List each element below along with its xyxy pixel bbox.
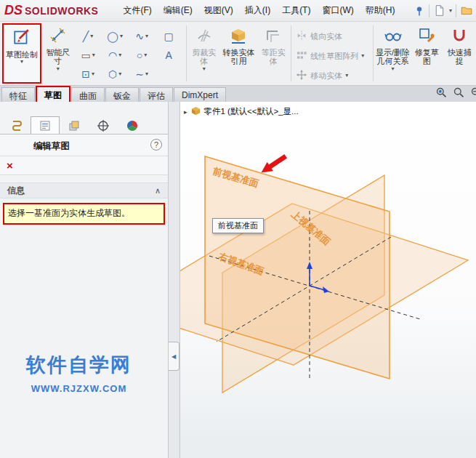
menu-tools[interactable]: 工具(T): [282, 4, 310, 17]
move-entities-label: 移动实体: [310, 71, 342, 81]
collapse-left-icon: ◀: [172, 353, 176, 360]
menu-window[interactable]: 窗口(W): [322, 4, 353, 17]
repair-sketch-icon: [418, 27, 435, 47]
smart-dimension-button[interactable]: 智能尺寸 ▾: [41, 23, 75, 84]
chevron-up-icon[interactable]: ∧: [155, 186, 161, 196]
point-tool-button[interactable]: ⊡▾: [75, 65, 102, 84]
polygon-tool-button[interactable]: ⬡▾: [102, 65, 129, 84]
ellipse-tool-button[interactable]: ○▾: [129, 46, 156, 65]
spline-icon: ∿: [135, 31, 144, 42]
trim-entities-icon: [195, 27, 213, 47]
display-delete-relations-button[interactable]: 显示/删除几何关系 ▾: [375, 23, 411, 84]
move-entities-button[interactable]: 移动实体 ▾: [296, 69, 371, 82]
line-icon: ╱: [83, 31, 89, 42]
text-icon: A: [165, 49, 172, 61]
message-section-header[interactable]: 信息 ∧: [0, 182, 168, 198]
sketch-ribbon: 草图绘制 ▾ 智能尺寸 ▾ ╱▾ ◯▾ ∿▾ ▢ ▭▾ ◠▾ ○▾ A ⊡▾ ⬡…: [0, 22, 476, 86]
menu-help[interactable]: 帮助(H): [366, 4, 395, 17]
property-manager-actions: ×: [0, 156, 168, 175]
configuration-manager-tab[interactable]: [60, 116, 89, 134]
curve-tool-button[interactable]: ∼▾: [129, 65, 156, 84]
search-icon[interactable]: [435, 87, 448, 102]
title-bar: DS SOLIDWORKS 文件(F) 编辑(E) 视图(V) 插入(I) 工具…: [0, 0, 476, 22]
caret-down-icon: ▾: [120, 33, 123, 39]
rectangle-tool-button[interactable]: ▭▾: [75, 46, 102, 65]
cancel-button[interactable]: ×: [7, 160, 13, 171]
sketch-entity-tool-grid: ╱▾ ◯▾ ∿▾ ▢ ▭▾ ◠▾ ○▾ A ⊡▾ ⬡▾ ∼▾: [75, 23, 185, 84]
display-delete-relations-label: 显示/删除几何关系: [376, 48, 411, 66]
open-document-icon[interactable]: [460, 4, 473, 17]
repair-sketch-label: 修复草图: [411, 48, 442, 66]
property-manager-tab[interactable]: [31, 116, 60, 134]
sketch-picture-tool-button[interactable]: ▢: [156, 27, 182, 46]
quick-snaps-button[interactable]: 快速捕捉: [443, 23, 476, 84]
repair-sketch-button[interactable]: 修复草图: [411, 23, 443, 84]
tab-dimxpert[interactable]: DimXpert: [174, 87, 226, 102]
magnifier-icon[interactable]: [453, 87, 465, 102]
watermark: 软件自学网 WWW.RJZXW.COM: [0, 352, 158, 394]
offset-entities-icon: [265, 27, 282, 47]
dimxpert-manager-tab[interactable]: [89, 116, 118, 134]
panel-divider[interactable]: ◀: [169, 102, 180, 458]
menu-file[interactable]: 文件(F): [123, 4, 151, 17]
menu-view[interactable]: 视图(V): [204, 4, 233, 17]
titlebar-quick-icons: ▾: [414, 4, 473, 17]
ellipse-icon: ○: [137, 49, 142, 61]
smart-dimension-label: 智能尺寸: [42, 48, 74, 66]
circle-tool-button[interactable]: ◯▾: [102, 27, 129, 46]
panel-collapse-handle[interactable]: ◀: [169, 342, 179, 371]
trim-entities-button[interactable]: 剪裁实体 ▾: [188, 23, 220, 84]
menu-edit[interactable]: 编辑(E): [164, 4, 193, 17]
graphics-viewport[interactable]: ▸ 零件1 (默认<<默认>_显... 前视基准面: [180, 102, 476, 458]
mirror-entities-button[interactable]: 镜向实体: [296, 30, 371, 43]
tab-features[interactable]: 特征: [1, 87, 35, 102]
manager-tab-strip: [0, 116, 168, 134]
configuration-manager-icon: [68, 119, 81, 132]
sketch-button[interactable]: 草图绘制 ▾: [2, 23, 41, 84]
caret-down-icon[interactable]: ▾: [449, 8, 452, 14]
circle-icon: ◯: [107, 31, 118, 42]
message-section-label: 信息: [7, 185, 25, 197]
ribbon-separator: [373, 25, 374, 81]
tab-surfaces[interactable]: 曲面: [71, 87, 105, 102]
offset-entities-button[interactable]: 等距实体: [257, 23, 289, 84]
panel-title: 编辑草图: [33, 140, 70, 153]
move-entities-icon: [296, 69, 307, 82]
mirror-entities-icon: [296, 30, 307, 43]
display-manager-tab[interactable]: [118, 116, 147, 134]
sketch-picture-icon: ▢: [164, 31, 173, 42]
caret-down-icon: ▾: [144, 52, 147, 58]
titlebar-separator: [456, 4, 456, 17]
tab-evaluate[interactable]: 评估: [140, 87, 173, 102]
new-document-icon[interactable]: [433, 4, 445, 17]
curve-icon: ∼: [135, 68, 144, 80]
dimxpert-crosshair-icon: [97, 119, 110, 132]
feature-manager-tab[interactable]: [1, 116, 31, 134]
arc-tool-button[interactable]: ◠▾: [102, 46, 129, 65]
caret-down-icon[interactable]: ▾: [20, 59, 23, 65]
feature-tree-root[interactable]: ▸ 零件1 (默认<<默认>_显...: [184, 105, 299, 118]
ribbon-separator: [186, 25, 187, 81]
line-tool-button[interactable]: ╱▾: [75, 27, 102, 46]
convert-entities-button[interactable]: 转换实体引用: [220, 23, 258, 84]
pin-icon[interactable]: [414, 5, 425, 17]
zoom-area-icon[interactable]: [470, 87, 476, 102]
model-scene: 前视基准面 上视基准面 右视基准面: [180, 102, 476, 458]
menu-insert[interactable]: 插入(I): [245, 4, 270, 17]
caret-down-icon: ▾: [203, 66, 206, 72]
tab-sketch[interactable]: 草图: [36, 86, 70, 102]
cursor-arrow: [262, 155, 287, 173]
spline-tool-button[interactable]: ∿▾: [129, 27, 156, 46]
property-manager-icon: [39, 119, 52, 132]
solidworks-logo: DS SOLIDWORKS: [4, 3, 98, 18]
mirror-entities-label: 镜向实体: [310, 31, 342, 42]
solidworks-logo-mark: DS: [4, 3, 23, 18]
text-tool-button[interactable]: A: [156, 46, 182, 65]
caret-down-icon: ▾: [345, 73, 348, 79]
linear-sketch-pattern-button[interactable]: 线性草图阵列 ▾: [296, 49, 371, 63]
caret-down-icon[interactable]: ▾: [57, 66, 60, 72]
flyout-caret-icon[interactable]: ▸: [184, 108, 187, 116]
tab-sheet-metal[interactable]: 钣金: [105, 87, 139, 102]
color-wheel-icon: [126, 119, 139, 132]
help-icon[interactable]: ?: [150, 139, 162, 150]
